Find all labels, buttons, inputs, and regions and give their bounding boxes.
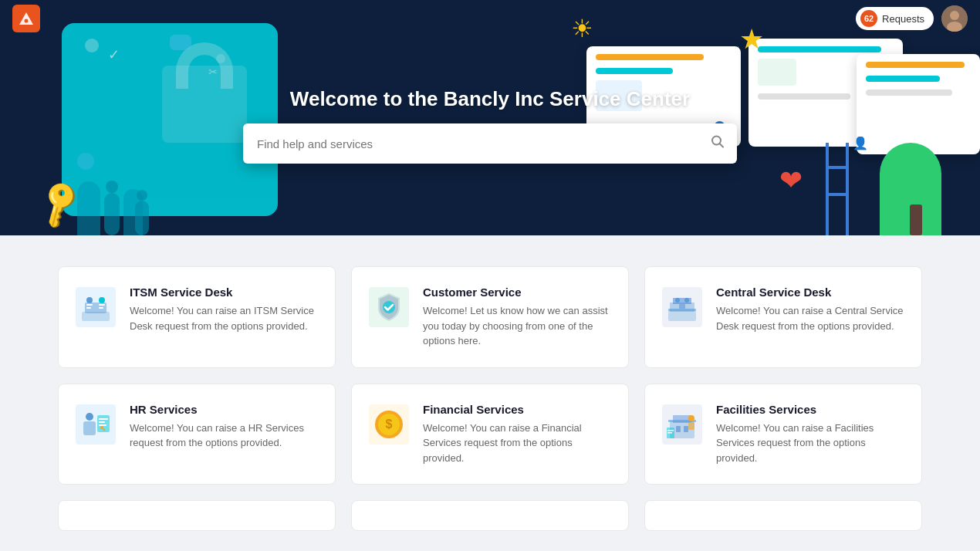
svg-point-24 (684, 298, 689, 303)
hero-center: Welcome to the Bancly Inc Service Center (243, 87, 737, 164)
svg-rect-48 (667, 432, 672, 434)
central-title: Central Service Desk (716, 286, 906, 299)
financial-icon: $ (367, 403, 411, 446)
hero-title: Welcome to the Bancly Inc Service Center (243, 87, 737, 111)
central-description: Welcome! You can raise a Central Service… (716, 303, 906, 333)
itsm-icon (74, 286, 117, 329)
user-avatar[interactable] (941, 5, 968, 32)
hr-icon (74, 403, 117, 446)
svg-rect-12 (86, 304, 93, 306)
partial-card-2[interactable] (351, 500, 629, 531)
partial-card-1[interactable] (58, 500, 336, 531)
svg-rect-31 (99, 421, 105, 423)
hr-card-text: HR Services Welcome! You can raise a HR … (130, 403, 319, 451)
svg-point-3 (950, 11, 959, 20)
svg-point-10 (86, 297, 93, 303)
hero-section: 62 Requests ✓ ✂ (0, 0, 980, 235)
ladder-decoration (826, 143, 849, 235)
svg-line-6 (720, 144, 724, 147)
topbar-right: 62 Requests (856, 5, 968, 32)
heart-decoration: ❤ (779, 164, 803, 197)
bottom-partial-row (58, 500, 922, 531)
deco-card-2 (749, 39, 903, 147)
svg-rect-25 (679, 304, 685, 309)
facilities-title: Facilities Services (716, 403, 906, 416)
financial-title: Financial Services (423, 403, 613, 416)
svg-point-11 (99, 297, 105, 303)
svg-rect-43 (684, 426, 688, 432)
svg-rect-14 (86, 307, 91, 309)
itsm-card-text: ITSM Service Desk Welcome! You can raise… (130, 286, 319, 333)
app-logo[interactable] (12, 5, 40, 32)
search-container (243, 123, 737, 164)
facilities-icon (661, 403, 704, 446)
facilities-description: Welcome! You can raise a Facilities Serv… (716, 421, 906, 466)
svg-point-27 (86, 413, 93, 421)
topbar: 62 Requests (0, 0, 980, 37)
service-card-facilities[interactable]: Facilities Services Welcome! You can rai… (644, 384, 922, 485)
birds-decoration: 〜 〜 〜 (687, 42, 745, 53)
svg-rect-28 (83, 421, 96, 435)
itsm-description: Welcome! You can raise an ITSM Service D… (130, 303, 319, 333)
requests-count-badge: 62 (860, 10, 877, 27)
customer-description: Welcome! Let us know how we can assist y… (423, 303, 613, 349)
requests-label: Requests (882, 13, 924, 25)
svg-rect-15 (99, 307, 103, 309)
service-card-financial[interactable]: $ Financial Services Welcome! You can ra… (351, 384, 629, 485)
service-card-hr[interactable]: HR Services Welcome! You can raise a HR … (58, 384, 336, 485)
service-card-central[interactable]: Central Service Desk Welcome! You can ra… (644, 266, 922, 368)
customer-title: Customer Service (423, 286, 613, 299)
financial-description: Welcome! You can raise a Financial Servi… (423, 421, 613, 466)
svg-rect-30 (99, 418, 108, 420)
svg-rect-42 (676, 426, 681, 432)
central-card-text: Central Service Desk Welcome! You can ra… (716, 286, 906, 333)
service-card-itsm[interactable]: ITSM Service Desk Welcome! You can raise… (58, 266, 336, 368)
search-button[interactable] (708, 132, 728, 156)
svg-rect-19 (668, 310, 696, 321)
central-icon (661, 286, 704, 329)
customer-icon (367, 286, 411, 329)
service-card-customer[interactable]: Customer Service Welcome! Let us know ho… (351, 266, 629, 368)
main-content: ITSM Service Desk Welcome! You can raise… (42, 235, 938, 551)
itsm-title: ITSM Service Desk (130, 286, 319, 299)
deco-card-3 (857, 54, 980, 154)
requests-button[interactable]: 62 Requests (856, 7, 934, 30)
hr-description: Welcome! You can raise a HR Services req… (130, 421, 319, 451)
financial-card-text: Financial Services Welcome! You can rais… (423, 403, 613, 466)
search-icon (711, 135, 725, 149)
facilities-card-text: Facilities Services Welcome! You can rai… (716, 403, 906, 466)
svg-rect-13 (99, 304, 105, 306)
key-decoration: 🔑 (32, 176, 89, 232)
svg-rect-47 (667, 430, 674, 431)
svg-text:$: $ (386, 417, 393, 431)
search-input[interactable] (243, 123, 737, 164)
svg-point-33 (100, 426, 103, 429)
partial-card-3[interactable] (644, 500, 922, 531)
svg-point-44 (688, 415, 694, 421)
svg-point-1 (25, 19, 29, 23)
svg-point-23 (675, 298, 680, 303)
customer-card-text: Customer Service Welcome! Let us know ho… (423, 286, 613, 349)
svg-rect-22 (668, 309, 696, 311)
hr-title: HR Services (130, 403, 319, 416)
tree-decoration (880, 143, 941, 235)
svg-rect-45 (688, 422, 694, 430)
svg-rect-32 (99, 424, 106, 426)
services-grid: ITSM Service Desk Welcome! You can raise… (58, 266, 922, 485)
